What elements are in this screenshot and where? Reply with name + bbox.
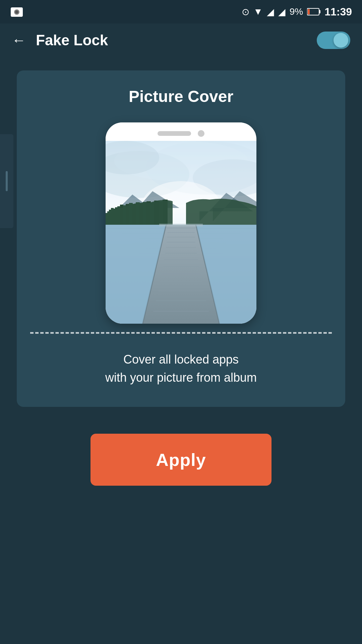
apply-button[interactable]: Apply [90, 434, 272, 486]
apply-button-container: Apply [17, 434, 345, 486]
side-panel [0, 134, 13, 228]
time-display: 11:39 [324, 6, 352, 18]
enable-toggle[interactable] [317, 32, 350, 49]
page-title: Fake Lock [36, 32, 108, 49]
phone-speaker [158, 131, 191, 136]
phone-mockup [106, 122, 256, 324]
back-button[interactable]: ← [12, 32, 26, 48]
landscape-image [106, 141, 256, 324]
dashed-separator [30, 332, 332, 334]
wifi-icon: ▼ [253, 6, 263, 17]
toggle-knob [334, 33, 348, 48]
card-description: Cover all locked appswith your picture f… [105, 351, 257, 387]
circle-icon: ⊙ [242, 6, 249, 17]
phone-screen [106, 141, 256, 324]
signal-icon-1: ◢ [267, 6, 274, 17]
picture-cover-card: Picture Cover [17, 70, 345, 407]
status-bar: ⊙ ▼ ◢ ◢ 9% 11:39 [0, 0, 362, 23]
phone-camera [198, 130, 204, 137]
status-bar-right: ⊙ ▼ ◢ ◢ 9% 11:39 [242, 6, 352, 18]
card-title: Picture Cover [129, 87, 233, 106]
svg-rect-4 [319, 10, 320, 13]
phone-top-bar [106, 122, 256, 141]
app-header: ← Fake Lock [0, 23, 362, 57]
header-left: ← Fake Lock [12, 32, 108, 49]
main-content: Picture Cover [0, 57, 362, 499]
side-panel-line [6, 171, 8, 191]
svg-rect-5 [308, 9, 310, 14]
svg-rect-63 [159, 224, 203, 226]
svg-point-2 [15, 10, 18, 14]
battery-percentage: 9% [290, 6, 303, 17]
signal-icon-2: ◢ [278, 6, 286, 17]
battery-icon [307, 8, 320, 16]
status-bar-left [10, 0, 23, 23]
photo-icon [10, 5, 23, 18]
